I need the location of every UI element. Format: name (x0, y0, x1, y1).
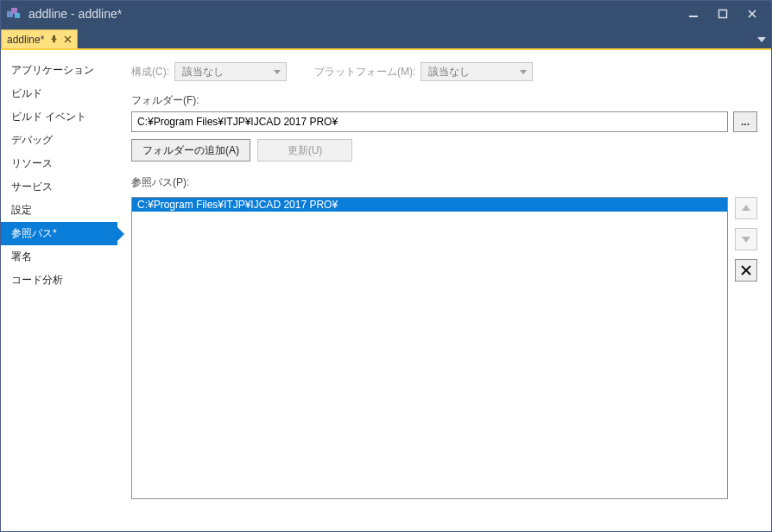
close-icon[interactable] (63, 35, 72, 44)
svg-rect-1 (11, 8, 17, 14)
refpaths-listbox[interactable]: C:¥Program Files¥ITJP¥IJCAD 2017 PRO¥ (131, 197, 728, 499)
sidenav-item-services[interactable]: サービス (1, 175, 117, 199)
svg-marker-11 (742, 237, 750, 243)
remove-button[interactable] (735, 259, 757, 282)
close-button[interactable] (742, 5, 763, 22)
tab-addline[interactable]: addline* (1, 29, 78, 48)
sidenav-item-application[interactable]: アプリケーション (1, 59, 117, 82)
sidenav-item-build[interactable]: ビルド (1, 82, 117, 105)
folder-label: フォルダー(F): (131, 93, 757, 108)
titlebar: addline - addline* (1, 1, 771, 27)
tab-label: addline* (7, 34, 44, 46)
add-folder-button[interactable]: フォルダーの追加(A) (131, 139, 250, 162)
tabstrip-menu-icon[interactable] (757, 33, 766, 45)
config-platform-row: 構成(C): 該当なし プラットフォーム(M): 該当なし (131, 62, 757, 81)
sidenav-item-debug[interactable]: デバッグ (1, 129, 117, 152)
sidenav-item-refpaths[interactable]: 参照パス* (1, 222, 117, 245)
sidenav-item-settings[interactable]: 設定 (1, 199, 117, 222)
browse-button[interactable]: ... (733, 111, 757, 132)
maximize-button[interactable] (712, 5, 733, 22)
move-up-button (735, 197, 757, 219)
list-item[interactable]: C:¥Program Files¥ITJP¥IJCAD 2017 PRO¥ (132, 198, 727, 212)
document-tabstrip: addline* (1, 27, 771, 48)
config-dropdown: 該当なし (174, 62, 287, 81)
sidenav-item-buildevents[interactable]: ビルド イベント (1, 105, 117, 129)
svg-marker-9 (757, 37, 766, 42)
settings-sidenav: アプリケーション ビルド ビルド イベント デバッグ リソース サービス 設定 … (1, 50, 117, 531)
config-label: 構成(C): (131, 65, 169, 79)
pin-icon[interactable] (49, 35, 58, 44)
update-button: 更新(U) (257, 139, 352, 162)
folder-input[interactable] (131, 111, 728, 132)
sidenav-item-codeanalysis[interactable]: コード分析 (1, 269, 117, 292)
move-down-button (735, 228, 757, 250)
minimize-button[interactable] (683, 5, 704, 22)
window-title: addline - addline* (28, 7, 683, 21)
svg-rect-4 (719, 10, 727, 18)
svg-marker-10 (742, 205, 750, 211)
main-panel: 構成(C): 該当なし プラットフォーム(M): 該当なし フォルダー(F): … (117, 50, 771, 531)
svg-rect-2 (15, 13, 20, 18)
app-logo (6, 6, 22, 22)
platform-dropdown: 該当なし (421, 62, 533, 81)
refpaths-label: 参照パス(P): (131, 175, 757, 190)
sidenav-item-resources[interactable]: リソース (1, 152, 117, 175)
platform-label: プラットフォーム(M): (314, 65, 415, 79)
sidenav-item-signing[interactable]: 署名 (1, 245, 117, 269)
